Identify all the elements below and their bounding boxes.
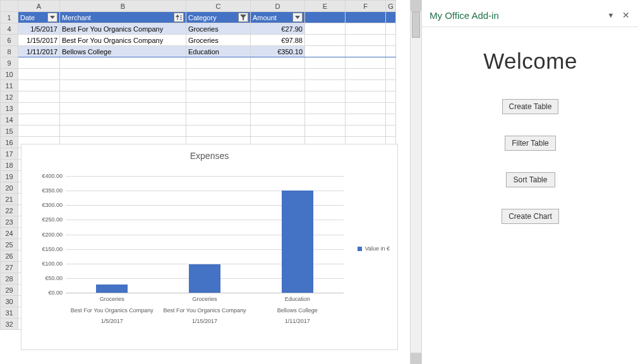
table-header-category-label: Category [188, 14, 217, 21]
row-header[interactable]: 20 [1, 182, 18, 194]
cell-date[interactable]: 1/15/2017 [18, 35, 60, 46]
filter-table-button[interactable]: Filter Table [505, 136, 555, 151]
row-header[interactable]: 25 [1, 239, 18, 250]
sort-table-button[interactable]: Sort Table [506, 172, 555, 187]
cell-date[interactable]: 1/5/2017 [18, 23, 60, 35]
close-icon[interactable]: ✕ [621, 10, 631, 20]
row-header[interactable]: 31 [1, 307, 18, 319]
create-chart-button[interactable]: Create Chart [502, 209, 559, 224]
row-header[interactable]: 19 [1, 171, 18, 182]
row-header[interactable]: 28 [1, 273, 18, 285]
cell-category[interactable]: Groceries [186, 23, 251, 35]
row-header[interactable]: 9 [1, 57, 18, 69]
row-header[interactable]: 12 [1, 91, 18, 103]
chart-ytick: €400.00 [31, 173, 63, 179]
chart-ytick: €250.00 [31, 216, 63, 223]
cell-merchant[interactable]: Best For You Organics Company [60, 35, 186, 46]
create-table-button[interactable]: Create Table [502, 99, 559, 114]
task-pane-body: Welcome Create Table Filter Table Sort T… [422, 26, 638, 355]
legend-label: Value in € [365, 245, 390, 252]
table-header-amount-label: Amount [253, 14, 277, 21]
expenses-chart[interactable]: Expenses €0.00€50.00€100.00€150.00€200.0… [21, 144, 398, 350]
row-header[interactable]: 29 [1, 285, 18, 296]
col-header-C[interactable]: C [186, 1, 251, 12]
task-pane-title: My Office Add-in [430, 10, 601, 21]
row-header[interactable]: 17 [1, 148, 18, 160]
chart-bar [96, 285, 128, 293]
chart-plot-area: €0.00€50.00€100.00€150.00€200.00€250.00€… [66, 176, 344, 293]
table-header-date[interactable]: Date [18, 12, 60, 23]
col-header-G[interactable]: G [386, 1, 396, 12]
chart-category-label: GroceriesBest For You Organics Company1/… [66, 296, 159, 329]
col-header-D[interactable]: D [251, 1, 305, 12]
svg-marker-0 [50, 16, 55, 19]
task-pane: My Office Add-in ▼ ✕ Welcome Create Tabl… [421, 0, 638, 364]
table-header-date-label: Date [20, 14, 35, 21]
cell-date[interactable]: 1/11/2017 [18, 46, 60, 57]
scroll-down-arrow[interactable] [411, 353, 421, 364]
row-header[interactable]: 16 [1, 137, 18, 148]
chart-category-label: EducationBellows College1/11/2017 [251, 296, 344, 329]
legend-swatch [358, 247, 362, 251]
column-header-row: A B C D E F G [1, 1, 396, 12]
row-header[interactable]: 18 [1, 160, 18, 171]
table-header-merchant-label: Merchant [62, 14, 91, 21]
row-header[interactable]: 8 [1, 46, 18, 57]
chart-ytick: €150.00 [31, 246, 63, 252]
select-all-corner[interactable] [1, 1, 18, 12]
cell-merchant[interactable]: Bellows College [60, 46, 186, 57]
task-pane-header: My Office Add-in ▼ ✕ [422, 0, 638, 26]
amount-filter-icon[interactable] [292, 13, 303, 22]
chart-category-label: GroceriesBest For You Organics Company1/… [159, 296, 251, 329]
row-header[interactable]: 22 [1, 205, 18, 216]
cell-amount[interactable]: €97.88 [251, 35, 305, 46]
date-filter-icon[interactable] [47, 13, 57, 22]
svg-marker-6 [240, 15, 246, 20]
row-header[interactable]: 11 [1, 80, 18, 91]
merchant-filter-icon[interactable] [174, 13, 184, 22]
cell-category[interactable]: Groceries [186, 35, 251, 46]
col-header-E[interactable]: E [305, 1, 346, 12]
row-header[interactable]: 23 [1, 216, 18, 228]
scroll-thumb[interactable] [412, 11, 420, 38]
welcome-heading: Welcome [430, 49, 631, 74]
chart-ytick: €350.00 [31, 187, 63, 194]
col-header-B[interactable]: B [60, 1, 186, 12]
chart-ytick: €300.00 [31, 202, 63, 208]
scroll-up-arrow[interactable] [411, 0, 421, 11]
row-header[interactable]: 24 [1, 228, 18, 239]
svg-marker-2 [176, 15, 179, 17]
row-header[interactable]: 1 [1, 12, 18, 23]
spreadsheet-pane: A B C D E F G 1DateMerchantCategoryAmoun… [0, 0, 421, 364]
row-header[interactable]: 26 [1, 250, 18, 262]
row-header[interactable]: 10 [1, 69, 18, 80]
taskpane-menu-icon[interactable]: ▼ [606, 11, 616, 19]
row-header[interactable]: 27 [1, 262, 18, 273]
cell-category[interactable]: Education [186, 46, 251, 57]
vertical-scrollbar[interactable] [410, 0, 421, 364]
col-header-F[interactable]: F [346, 1, 386, 12]
row-header[interactable]: 32 [1, 319, 18, 330]
row-header[interactable]: 6 [1, 35, 18, 46]
row-header[interactable]: 4 [1, 23, 18, 35]
row-header[interactable]: 15 [1, 126, 18, 137]
chart-legend: Value in € [358, 245, 390, 252]
row-header[interactable]: 21 [1, 194, 18, 205]
row-header[interactable]: 30 [1, 296, 18, 307]
row-header[interactable]: 14 [1, 114, 18, 126]
col-header-A[interactable]: A [18, 1, 60, 12]
chart-ytick: €100.00 [31, 261, 63, 267]
row-header[interactable]: 13 [1, 103, 18, 114]
table-header-merchant[interactable]: Merchant [60, 12, 186, 23]
cell-amount[interactable]: €350.10 [251, 46, 305, 57]
chart-bar [189, 264, 220, 293]
table-header-amount[interactable]: Amount [251, 12, 305, 23]
cell-amount[interactable]: €27.90 [251, 23, 305, 35]
svg-marker-7 [295, 16, 300, 19]
chart-ytick: €0.00 [31, 290, 63, 296]
table-header-category[interactable]: Category [186, 12, 251, 23]
chart-bar [282, 191, 313, 293]
chart-title: Expenses [21, 144, 397, 161]
cell-merchant[interactable]: Best For You Organics Company [60, 23, 186, 35]
category-filter-icon[interactable] [238, 13, 248, 22]
